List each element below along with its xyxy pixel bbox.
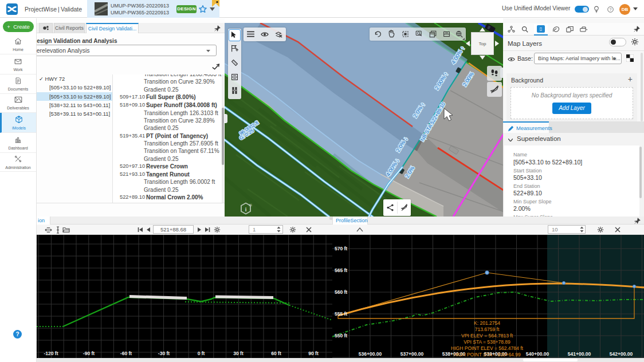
svg-text:HIGH POINT STA = 539+64.99: HIGH POINT STA = 539+64.99 [453, 352, 521, 357]
svg-text:536+00.00: 536+00.00 [359, 351, 382, 357]
svg-text:541+00.00: 541+00.00 [568, 351, 591, 357]
svg-text:-60 ft: -60 ft [120, 351, 132, 356]
svg-text:540+00.00: 540+00.00 [526, 351, 549, 357]
svg-text:555 ft: 555 ft [335, 311, 347, 317]
svg-text:2.0%: 2.0% [404, 165, 416, 179]
svg-text:-30 ft: -30 ft [158, 351, 170, 356]
svg-text:713.6759 ft: 713.6759 ft [475, 326, 500, 332]
svg-text:565 ft: 565 ft [335, 267, 347, 273]
svg-text:90 ft: 90 ft [308, 351, 319, 356]
svg-text:537+00.00: 537+00.00 [400, 351, 424, 357]
svg-text:560 ft: 560 ft [335, 289, 347, 295]
svg-text:-120 ft: -120 ft [44, 351, 58, 356]
svg-text:VPI STA = 538+78.89: VPI STA = 538+78.89 [464, 339, 511, 345]
svg-text:30 ft: 30 ft [233, 351, 244, 356]
svg-text:0 ft: 0 ft [198, 351, 205, 356]
svg-text:HIGH POINT ELEV = 562.4784 ft: HIGH POINT ELEV = 562.4784 ft [451, 345, 523, 351]
svg-text:VPI ELEV = 564.7813 ft: VPI ELEV = 564.7813 ft [461, 333, 513, 339]
svg-text:-90 ft: -90 ft [83, 351, 95, 356]
svg-text:542+00.00: 542+00.00 [610, 351, 633, 357]
svg-text:JS: JS [249, 203, 252, 207]
svg-text:K: 201.2754: K: 201.2754 [474, 320, 500, 326]
svg-text:2.00%: 2.00% [461, 70, 475, 87]
svg-text:550 ft: 550 ft [335, 333, 347, 339]
svg-text:?: ? [610, 7, 612, 11]
svg-text:i: i [245, 206, 246, 213]
svg-text:60 ft: 60 ft [271, 351, 281, 356]
svg-text:570 ft: 570 ft [335, 246, 347, 251]
